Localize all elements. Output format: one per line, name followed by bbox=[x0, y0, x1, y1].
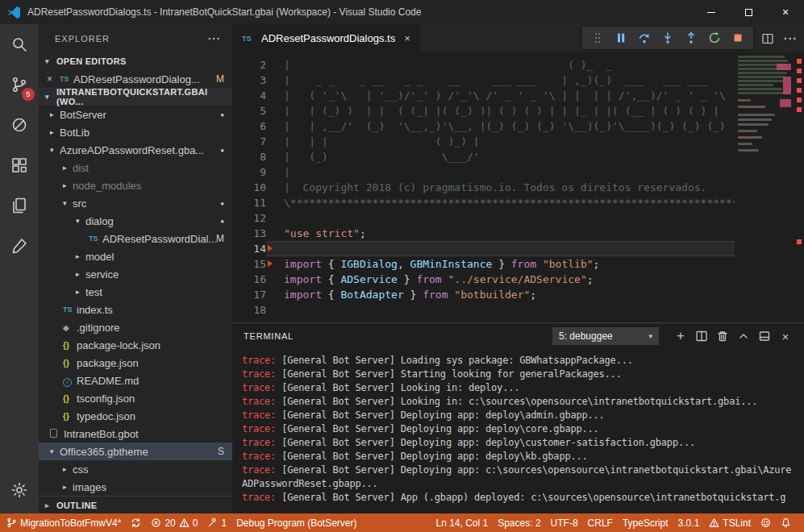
maximize-button[interactable] bbox=[730, 0, 767, 24]
pause-button[interactable] bbox=[610, 27, 631, 48]
problems-status[interactable]: 20 0 bbox=[146, 513, 202, 532]
tab-adresetpassworddialogs[interactable]: TS ADResetPasswordDialogs.ts × bbox=[232, 24, 420, 52]
code-text: \***************************************… bbox=[266, 195, 804, 210]
maximize-panel-button[interactable] bbox=[733, 326, 754, 347]
sync-status[interactable] bbox=[126, 513, 146, 532]
code-line-7[interactable]: 7| | | ( )_) | | bbox=[232, 134, 804, 149]
code-line-9[interactable]: 9| | bbox=[232, 164, 804, 180]
close-panel-button[interactable]: × bbox=[775, 326, 796, 347]
debug-target-status[interactable]: Debug Program (BotServer) bbox=[231, 513, 361, 532]
tree-folder-model[interactable]: ▸model bbox=[39, 247, 232, 265]
close-icon[interactable]: × bbox=[404, 32, 410, 44]
code-line-18[interactable]: 18 bbox=[232, 302, 804, 318]
step-out-button[interactable] bbox=[681, 27, 702, 48]
language-mode-status[interactable]: TypeScript bbox=[618, 513, 673, 532]
tree-folder-src[interactable]: ▾src● bbox=[39, 194, 232, 212]
close-button[interactable]: × bbox=[767, 0, 804, 24]
indentation-status[interactable]: Spaces: 2 bbox=[493, 513, 545, 532]
code-line-6[interactable]: 6| | ,__/' (_) '\__,_)'\__, |(_) (_) (_)… bbox=[232, 118, 804, 134]
tree-item-label: dist bbox=[73, 162, 89, 174]
edit-view-button[interactable] bbox=[0, 226, 39, 266]
step-over-button[interactable] bbox=[634, 27, 655, 48]
tree-file-adresetpassworddial[interactable]: TSADResetPasswordDial...M bbox=[39, 230, 232, 247]
tree-file-index-ts[interactable]: TSindex.ts bbox=[39, 301, 232, 318]
code-line-14[interactable]: 14 bbox=[232, 241, 804, 256]
tree-file-package-lock-json[interactable]: {}package-lock.json bbox=[39, 336, 232, 354]
terminal-selector[interactable]: 5: debuggee ▾ bbox=[552, 327, 659, 345]
settings-button[interactable] bbox=[0, 470, 39, 510]
eol-status[interactable]: CRLF bbox=[583, 513, 618, 532]
tree-folder-dist[interactable]: ▸dist bbox=[39, 159, 232, 177]
tree-item-label: package-lock.json bbox=[77, 339, 160, 351]
tree-folder-azureadpasswordreset-gba[interactable]: ▾AzureADPasswordReset.gba...● bbox=[39, 141, 232, 159]
tree-folder-test[interactable]: ▸test bbox=[39, 283, 232, 301]
toolbar-drag-handle[interactable] bbox=[587, 27, 608, 48]
cursor-position-status[interactable]: Ln 14, Col 1 bbox=[431, 513, 493, 532]
tree-file-readme-md[interactable]: iREADME.md bbox=[39, 372, 232, 389]
more-actions-icon[interactable]: ··· bbox=[208, 32, 221, 44]
close-icon[interactable]: × bbox=[47, 73, 60, 85]
code-line-8[interactable]: 8| (_) \___/' | bbox=[232, 149, 804, 164]
ts-version-status[interactable]: 3.0.1 bbox=[673, 513, 705, 532]
tree-folder-office365-gbtheme[interactable]: ▾Office365.gbthemeS bbox=[39, 443, 232, 460]
tree-file-gitignore[interactable]: ◆.gitignore bbox=[39, 318, 232, 336]
tree-item-label: src bbox=[73, 197, 86, 210]
notifications-status[interactable] bbox=[776, 513, 796, 532]
tree-folder-dialog[interactable]: ▾dialog● bbox=[39, 212, 232, 230]
code-line-11[interactable]: 11\*************************************… bbox=[232, 195, 804, 210]
more-actions-icon[interactable]: ··· bbox=[784, 32, 798, 45]
tree-file-typedoc-json[interactable]: {}typedoc.json bbox=[39, 407, 232, 425]
kill-terminal-button[interactable] bbox=[712, 326, 733, 347]
code-editor[interactable]: 2| ( )_ _ |3| _ _ _ __ _ _ __ ___ ___ | … bbox=[232, 52, 804, 322]
token-comment: | | | ( )_) | | bbox=[284, 135, 776, 148]
terminal-tab[interactable]: TERMINAL bbox=[244, 331, 294, 341]
terminal-output[interactable]: trace: [General Bot Server] Loading sys … bbox=[232, 349, 804, 505]
new-terminal-button[interactable]: + bbox=[670, 326, 691, 347]
tree-folder-service[interactable]: ▸service bbox=[39, 265, 232, 283]
outline-section-header[interactable]: ▸ OUTLINE bbox=[39, 496, 232, 513]
line-number: 10 bbox=[232, 180, 266, 195]
code-line-10[interactable]: 10| Copyright 2018 (c) pragmatismo.io. T… bbox=[232, 180, 804, 195]
tree-file-intranetbot-gbot[interactable]: IntranetBot.gbot bbox=[39, 425, 232, 443]
extensions-view-button[interactable] bbox=[0, 145, 39, 185]
tree-folder-botserver[interactable]: ▸BotServer● bbox=[39, 106, 232, 123]
tree-folder-images[interactable]: ▸images bbox=[39, 478, 232, 496]
running-tasks-status[interactable]: 1 bbox=[202, 513, 231, 532]
debug-view-button[interactable] bbox=[0, 105, 39, 145]
encoding-status[interactable]: UTF-8 bbox=[546, 513, 583, 532]
toggle-panel-button[interactable] bbox=[754, 326, 775, 347]
split-editor-icon[interactable] bbox=[761, 32, 774, 45]
tree-file-tsconfig-json[interactable]: {}tsconfig.json bbox=[39, 389, 232, 407]
code-line-13[interactable]: 13"use strict"; bbox=[232, 226, 804, 241]
search-view-button[interactable] bbox=[0, 24, 39, 64]
stop-button[interactable] bbox=[727, 27, 748, 48]
token-ident: GBMinInstance bbox=[410, 258, 493, 270]
tree-folder-css[interactable]: ▸css bbox=[39, 460, 232, 478]
git-branch-status[interactable]: MigrationToBotFmwV4* bbox=[0, 513, 126, 532]
pages-view-button[interactable] bbox=[0, 185, 39, 226]
code-line-4[interactable]: 4| ( '_'\ | '__)/'_' ) /'_'\ /' _ ' _ '\… bbox=[232, 88, 804, 103]
code-line-5[interactable]: 5| | (_) ) | | ( (_| |( (_) )| ( ) ( ) |… bbox=[232, 103, 804, 118]
tree-file-package-json[interactable]: {}package.json bbox=[39, 354, 232, 372]
workspace-section-header[interactable]: ▾ INTRANETBOTQUICKSTART.GBAI (WO... bbox=[39, 88, 232, 106]
source-control-view-button[interactable]: 5 bbox=[0, 64, 39, 105]
step-over-icon bbox=[638, 31, 651, 44]
tree-folder-node-modules[interactable]: ▸node_modules bbox=[39, 177, 232, 194]
open-editors-header[interactable]: ▾ OPEN EDITORS bbox=[39, 52, 232, 70]
tslint-status[interactable]: TSLint bbox=[704, 513, 756, 532]
code-line-12[interactable]: 12 bbox=[232, 210, 804, 226]
step-into-button[interactable] bbox=[657, 27, 678, 48]
split-terminal-button[interactable] bbox=[691, 326, 712, 347]
restart-button[interactable] bbox=[704, 27, 725, 48]
code-line-15[interactable]: 15import { IGBDialog, GBMinInstance } fr… bbox=[232, 256, 804, 272]
code-line-3[interactable]: 3| _ _ _ __ _ _ __ ___ ___ | ,_)(_) ___ … bbox=[232, 73, 804, 88]
code-line-17[interactable]: 17import { BotAdapter } from "botbuilder… bbox=[232, 287, 804, 302]
feedback-status[interactable] bbox=[756, 513, 776, 532]
minimap[interactable] bbox=[735, 52, 793, 322]
code-line-16[interactable]: 16import { ADService } from "../service/… bbox=[232, 272, 804, 287]
minimize-button[interactable] bbox=[693, 0, 730, 24]
open-editor-item[interactable]: × TS ADResetPasswordDialog... M bbox=[39, 70, 232, 88]
code-line-2[interactable]: 2| ( )_ _ | bbox=[232, 57, 804, 73]
tree-folder-botlib[interactable]: ▸BotLib bbox=[39, 123, 232, 141]
minimize-icon bbox=[707, 12, 715, 13]
